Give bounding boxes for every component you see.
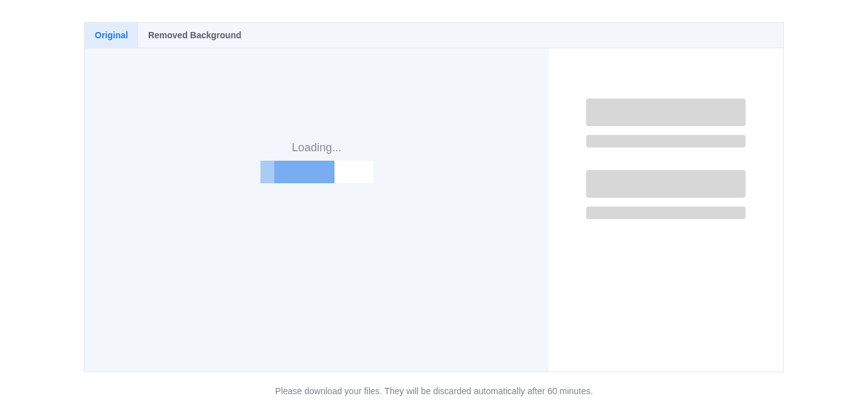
progress-segment-dark: [274, 161, 335, 183]
main-preview-panel: Loading...: [85, 48, 549, 372]
tab-original[interactable]: Original: [85, 23, 138, 48]
tab-removed-background-label: Removed Background: [148, 30, 242, 40]
skeleton-placeholder: [586, 99, 746, 126]
side-panel: [549, 48, 783, 372]
content-area: Loading...: [85, 48, 783, 372]
skeleton-placeholder: [586, 135, 746, 148]
skeleton-placeholder: [586, 170, 746, 198]
main-container: Original Removed Background Loading...: [84, 22, 784, 372]
loading-label: Loading...: [292, 141, 341, 154]
footer-message: Please download your files. They will be…: [0, 386, 868, 396]
skeleton-placeholder: [586, 206, 746, 219]
tab-original-label: Original: [95, 30, 128, 40]
progress-segment-light: [260, 161, 274, 183]
loading-progress-bar: [260, 161, 373, 183]
tab-removed-background[interactable]: Removed Background: [138, 23, 252, 48]
tabs-bar: Original Removed Background: [85, 23, 783, 48]
